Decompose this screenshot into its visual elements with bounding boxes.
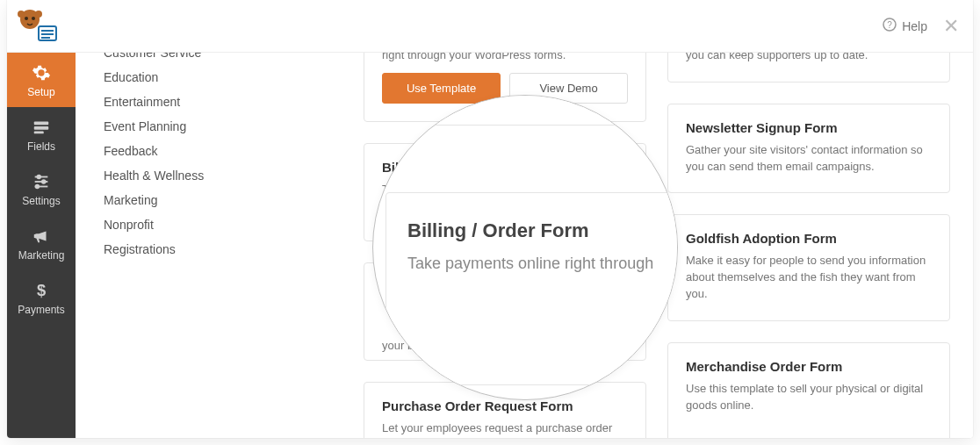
magnifier-title: Billing / Order Form [407, 219, 673, 242]
svg-text:$: $ [37, 281, 46, 299]
sliders-icon [32, 172, 51, 191]
category-item[interactable]: Education [104, 70, 279, 84]
svg-text:?: ? [887, 20, 892, 30]
template-card-merchandise[interactable]: Merchandise Order Form Use this template… [667, 342, 950, 438]
card-desc: Use this template to sell your physical … [686, 381, 932, 414]
wpforms-logo [14, 7, 58, 46]
card-desc: Gather your site visitors' contact infor… [686, 142, 932, 176]
nav-marketing[interactable]: Marketing [7, 216, 76, 270]
svg-point-19 [36, 185, 40, 189]
nav-setup[interactable]: Setup [7, 53, 76, 107]
left-nav: Setup Fields Settings Marketing [7, 53, 76, 438]
svg-rect-7 [41, 33, 54, 35]
nav-payments[interactable]: $ Payments [7, 270, 76, 325]
nav-label: Settings [22, 195, 60, 207]
close-button[interactable]: ✕ [943, 15, 959, 38]
svg-rect-8 [41, 37, 50, 39]
help-link[interactable]: ? Help [883, 18, 927, 34]
use-template-button[interactable]: Use Template [382, 73, 501, 104]
svg-point-15 [37, 176, 40, 179]
bullhorn-icon [32, 226, 51, 246]
template-card-donation[interactable]: Collect donations and contact informatio… [667, 53, 950, 83]
nav-label: Setup [27, 86, 54, 98]
template-card-newsletter[interactable]: Newsletter Signup Form Gather your site … [667, 104, 950, 194]
card-desc: Let people request a quote from your bus… [382, 53, 628, 64]
svg-rect-11 [34, 122, 49, 126]
magnifier-desc: Take payments online right through [407, 255, 673, 273]
card-title: Goldfish Adoption Form [686, 231, 932, 246]
category-item[interactable]: Marketing [104, 193, 279, 207]
category-item[interactable]: Event Planning [104, 119, 279, 133]
nav-label: Payments [18, 304, 64, 316]
dollar-icon: $ [32, 281, 51, 300]
svg-point-1 [18, 11, 25, 18]
svg-point-3 [25, 17, 28, 20]
nav-fields[interactable]: Fields [7, 107, 76, 161]
nav-label: Marketing [18, 249, 65, 262]
svg-rect-13 [34, 132, 44, 134]
close-icon: ✕ [943, 15, 959, 37]
nav-label: Fields [27, 140, 55, 153]
card-desc: Let your employees request a purchase or… [382, 420, 628, 438]
category-item[interactable]: Health & Wellness [104, 169, 279, 183]
gear-icon [32, 63, 51, 83]
help-icon: ? [883, 18, 897, 34]
category-item[interactable]: Entertainment [104, 95, 279, 109]
svg-rect-12 [34, 126, 49, 130]
help-label: Help [902, 19, 927, 33]
card-desc: Make it easy for people to send you info… [686, 253, 932, 303]
card-desc: Collect donations and contact informatio… [686, 53, 932, 64]
category-item[interactable]: Customer Service [104, 53, 279, 60]
template-card-goldfish[interactable]: Goldfish Adoption Form Make it easy for … [667, 214, 950, 321]
category-list: Customer Service Education Entertainment… [104, 53, 279, 256]
svg-rect-6 [41, 30, 54, 32]
nav-settings[interactable]: Settings [7, 161, 76, 216]
magnifier-highlight: Billing / Order Form Take payments onlin… [372, 95, 678, 400]
category-item[interactable]: Nonprofit [104, 218, 279, 232]
card-title: Merchandise Order Form [686, 359, 932, 374]
svg-point-4 [32, 17, 35, 20]
card-title: Newsletter Signup Form [686, 120, 932, 135]
card-title: Purchase Order Request Form [382, 398, 628, 413]
svg-point-17 [42, 180, 46, 183]
category-item[interactable]: Registrations [104, 242, 279, 256]
category-item[interactable]: Feedback [104, 144, 279, 158]
fields-icon [32, 118, 51, 137]
svg-point-2 [35, 11, 42, 18]
